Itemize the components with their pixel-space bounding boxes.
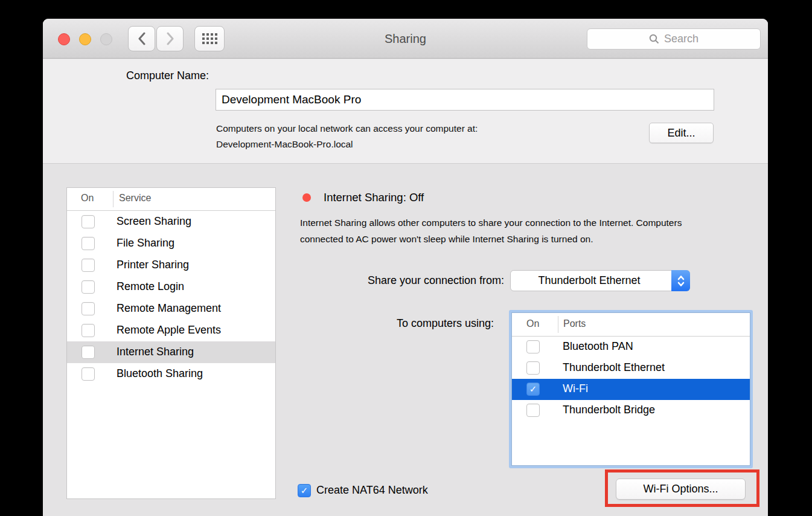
- port-row[interactable]: Bluetooth PAN: [512, 337, 750, 358]
- nat64-label: Create NAT64 Network: [316, 484, 428, 497]
- row-label: File Sharing: [117, 237, 174, 250]
- services-column-on: On: [81, 193, 94, 204]
- service-row[interactable]: Remote Management: [67, 298, 275, 320]
- checkbox[interactable]: [82, 324, 95, 337]
- checkbox[interactable]: [82, 237, 95, 250]
- column-divider: [113, 191, 113, 207]
- screen: Sharing Search Computer Name: Computers …: [0, 0, 812, 516]
- computer-name-input[interactable]: [216, 89, 714, 111]
- row-label: Bluetooth PAN: [563, 340, 633, 353]
- services-table: On Service Screen SharingFile SharingPri…: [66, 187, 276, 499]
- checkbox[interactable]: [526, 361, 540, 375]
- checkbox[interactable]: ✓: [526, 382, 540, 396]
- ports-column-on: On: [526, 318, 539, 329]
- service-row[interactable]: Internet Sharing: [67, 341, 275, 363]
- checkbox[interactable]: [82, 215, 95, 228]
- row-label: Thunderbolt Ethernet: [563, 361, 665, 374]
- local-hostname-info: Computers on your local network can acce…: [216, 121, 478, 152]
- row-label: Remote Login: [117, 280, 184, 293]
- hostname-info-line1: Computers on your local network can acce…: [216, 121, 478, 137]
- port-row[interactable]: Thunderbolt Ethernet: [512, 358, 750, 379]
- row-label: Bluetooth Sharing: [117, 367, 203, 380]
- service-row[interactable]: Printer Sharing: [67, 254, 275, 276]
- edit-button[interactable]: Edit...: [649, 123, 714, 143]
- checkbox[interactable]: [82, 259, 95, 272]
- wifi-options-button[interactable]: Wi-Fi Options...: [616, 479, 746, 500]
- service-row[interactable]: Screen Sharing: [67, 211, 275, 233]
- computer-name-section: Computer Name: Computers on your local n…: [43, 59, 768, 164]
- to-computers-label: To computers using:: [224, 317, 494, 330]
- nat64-checkbox[interactable]: ✓: [298, 484, 311, 497]
- checkbox[interactable]: [82, 280, 95, 294]
- popup-chevrons-icon: [671, 270, 690, 291]
- column-divider: [558, 316, 558, 333]
- services-table-header: On Service: [67, 188, 275, 211]
- services-table-body: Screen SharingFile SharingPrinter Sharin…: [67, 211, 275, 385]
- titlebar: Sharing Search: [43, 19, 768, 59]
- row-label: Remote Apple Events: [117, 324, 221, 337]
- internet-sharing-status-title: Internet Sharing: Off: [324, 191, 424, 204]
- checkbox[interactable]: [82, 346, 95, 359]
- checkbox[interactable]: [526, 404, 540, 417]
- ports-column-ports: Ports: [563, 318, 586, 329]
- computer-name-label: Computer Name:: [67, 65, 209, 86]
- row-label: Screen Sharing: [117, 215, 191, 228]
- ports-table-body: Bluetooth PANThunderbolt Ethernet✓Wi-FiT…: [512, 337, 750, 421]
- port-row[interactable]: ✓Wi-Fi: [512, 379, 750, 400]
- share-from-label: Share your connection from:: [224, 274, 504, 287]
- ports-table: On Ports Bluetooth PANThunderbolt Ethern…: [511, 312, 750, 466]
- services-column-service: Service: [119, 193, 151, 204]
- checkbox[interactable]: [526, 340, 540, 353]
- sharing-preferences-window: Sharing Search Computer Name: Computers …: [43, 19, 768, 516]
- share-from-popup[interactable]: Thunderbolt Ethernet: [510, 270, 690, 291]
- search-placeholder: Search: [664, 33, 699, 45]
- service-row[interactable]: File Sharing: [67, 233, 275, 254]
- row-label: Wi-Fi: [563, 382, 588, 395]
- row-label: Thunderbolt Bridge: [563, 404, 655, 416]
- internet-sharing-description: Internet Sharing allows other computers …: [300, 215, 723, 247]
- hostname-info-line2: Development-MacBook-Pro.local: [216, 137, 478, 152]
- share-from-value: Thunderbolt Ethernet: [511, 271, 668, 291]
- row-label: Remote Management: [117, 302, 221, 315]
- checkbox[interactable]: [82, 367, 95, 381]
- search-field[interactable]: Search: [587, 28, 761, 50]
- checkbox[interactable]: [82, 302, 95, 315]
- row-label: Printer Sharing: [117, 259, 189, 271]
- row-label: Internet Sharing: [117, 346, 194, 358]
- status-off-indicator-icon: [302, 193, 311, 202]
- ports-table-header: On Ports: [512, 313, 750, 337]
- search-icon: [649, 34, 659, 44]
- service-row[interactable]: Bluetooth Sharing: [67, 363, 275, 385]
- ports-table-focus-ring: On Ports Bluetooth PANThunderbolt Ethern…: [509, 310, 753, 468]
- port-row[interactable]: Thunderbolt Bridge: [512, 400, 750, 421]
